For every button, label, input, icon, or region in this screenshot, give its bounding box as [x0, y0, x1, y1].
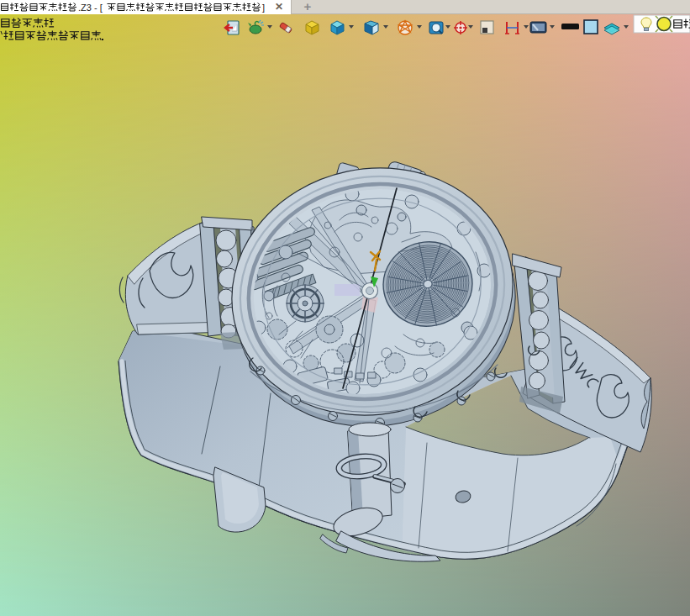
svg-text:.Z3 - [: .Z3 - [ — [78, 3, 103, 13]
svg-text:]: ] — [262, 3, 265, 13]
